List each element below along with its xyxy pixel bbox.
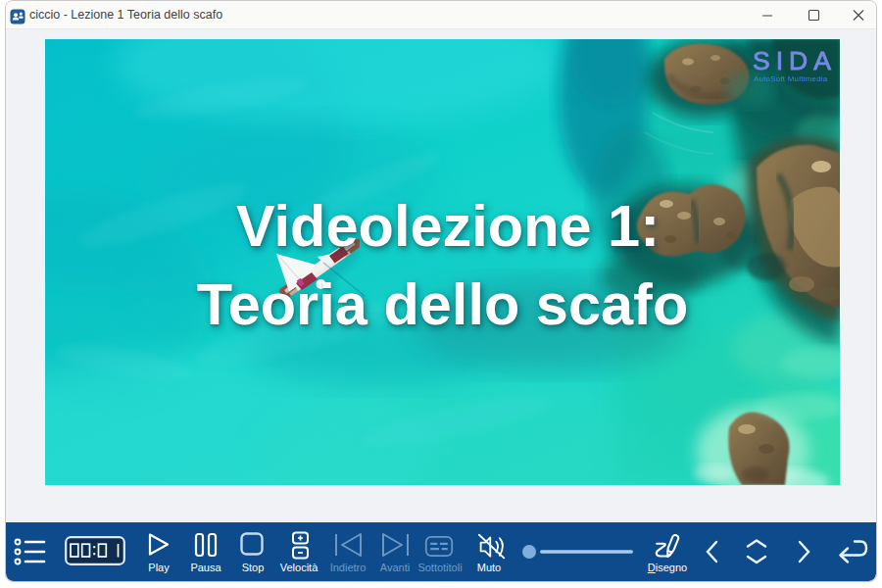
svg-text:SIDA: SIDA bbox=[753, 46, 837, 75]
svg-text:AutoSoft Multimedia: AutoSoft Multimedia bbox=[754, 74, 828, 83]
